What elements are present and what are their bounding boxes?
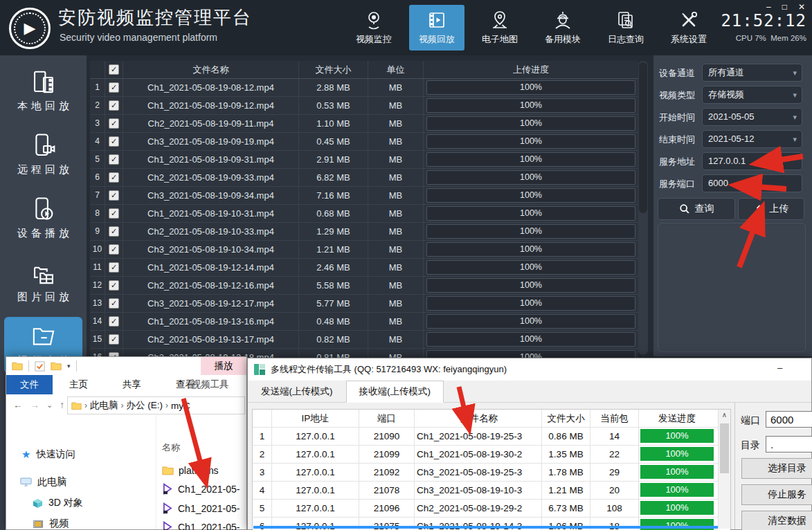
transfer-title-bar[interactable]: 多线程文件传输工具 (QQ: 517216493 WX: feiyangqing… [248,358,811,381]
query-button[interactable]: 查询 [658,198,735,220]
upload-table-row[interactable]: 15✓Ch2_2021-05-08-19-13-17.mp40.82 MBMB1… [90,331,638,349]
minimize-icon[interactable]: – [766,2,771,12]
upload-button[interactable]: 上传 [738,198,804,220]
row-checkbox[interactable]: ✓ [105,187,123,204]
row-checkbox[interactable]: ✓ [105,79,123,96]
list-header-name[interactable]: 名称 [162,441,180,454]
upload-table-row[interactable]: 5✓Ch1_2021-05-08-19-09-31.mp42.91 MBMB10… [90,151,638,169]
transfer-table-row[interactable]: 4127.0.0.121078Ch3_2021-05-08-19-10-31.2… [253,482,730,500]
device-channel-select[interactable]: 所有通道▾ [702,64,802,82]
video-type-select[interactable]: 存储视频▾ [702,86,802,104]
row-checkbox[interactable]: ✓ [105,295,123,312]
tab-sender[interactable]: 发送端(上传模式) [248,381,346,403]
row-checkbox[interactable]: ✓ [105,133,123,150]
crumb-folder[interactable]: myC [171,401,190,411]
header-file-size[interactable]: 文件大小 [542,410,590,427]
upload-table-row[interactable]: 7✓Ch3_2021-05-08-19-09-34.mp47.16 MBMB10… [90,187,638,205]
nav-video-playback[interactable]: 视频回放 [409,5,464,51]
upload-table-row[interactable]: 3✓Ch2_2021-05-08-19-09-11.mp41.10 MBMB10… [90,115,638,133]
row-checkbox[interactable]: ✓ [105,277,123,294]
minimize-icon[interactable]: – [777,363,782,373]
folder-icon[interactable] [12,361,23,371]
row-checkbox[interactable]: ✓ [105,241,123,258]
header-file-size[interactable]: 文件大小 [299,61,368,78]
scrollbar-thumb[interactable] [639,62,647,213]
stop-service-button[interactable]: 停止服务 [741,484,812,505]
check-button-icon[interactable] [35,361,45,372]
header-file-name[interactable]: 文件名称 [123,61,299,78]
nav-log-query[interactable]: 日志查询 [598,5,653,51]
transfer-table-row[interactable]: 1127.0.0.121090Ch1_2021-05-08-19-25-30.8… [253,428,730,446]
upload-table-row[interactable]: 11✓Ch1_2021-05-08-19-12-14.mp42.46 MBMB1… [90,259,638,277]
header-file-name[interactable]: 文件名称 [415,410,542,427]
upload-table-row[interactable]: 1✓Ch1_2021-05-08-19-08-12.mp42.88 MBMB10… [90,79,638,97]
row-checkbox[interactable]: ✓ [105,151,123,168]
toolbar-caret-icon[interactable]: ▾ [67,363,71,369]
list-item-folder[interactable]: platforms [162,465,219,476]
nav-3d-objects[interactable]: 3D 对象 [33,497,83,509]
sidebar-item-picture-playback[interactable]: 图片回放 [4,253,82,310]
header-port[interactable]: 端口 [359,410,415,427]
server-address-input[interactable]: 127.0.0.1 [702,152,802,170]
header-checkbox[interactable]: ✓ [105,61,123,78]
up-icon[interactable]: ↑ [60,399,64,410]
tab-home[interactable]: 主页 [60,375,98,394]
upload-table-row[interactable]: 14✓Ch1_2021-05-08-19-13-16.mp40.48 MBMB1… [90,313,638,331]
transfer-table-row[interactable]: 3127.0.0.121092Ch3_2021-05-08-19-25-31.7… [253,464,730,482]
list-item-video[interactable]: Ch1_2021-05- [162,521,240,530]
nav-emap[interactable]: 电子地图 [472,5,527,51]
upload-table-row[interactable]: 2✓Ch1_2021-05-08-19-09-12.mp40.53 MBMB10… [90,97,638,115]
nav-this-pc[interactable]: 此电脑 [20,476,66,488]
upload-table-row[interactable]: 6✓Ch2_2021-05-08-19-09-33.mp46.82 MBMB10… [90,169,638,187]
transfer-table-row[interactable]: 2127.0.0.121099Ch1_2021-05-08-19-30-21.3… [253,446,730,464]
row-checkbox[interactable]: ✓ [105,115,123,132]
list-item-video[interactable]: Ch1_2021-05- [162,483,240,495]
nav-video-monitor[interactable]: 视频监控 [346,5,402,51]
row-checkbox[interactable]: ✓ [105,169,123,186]
upload-table-row[interactable]: 8✓Ch1_2021-05-08-19-10-31.mp40.68 MBMB10… [90,205,638,223]
row-checkbox[interactable]: ✓ [105,331,123,348]
nav-backup-module[interactable]: 备用模块 [535,5,590,51]
row-checkbox[interactable]: ✓ [105,205,123,222]
back-icon[interactable]: ← [13,399,23,410]
maximize-icon[interactable]: □ [782,2,787,12]
history-caret-icon[interactable]: ⌄ [46,401,53,410]
upload-table-scrollbar[interactable] [638,61,648,355]
scroll-up-icon[interactable]: ∧ [719,410,730,421]
port-input[interactable]: 6000 [766,411,812,428]
row-checkbox[interactable]: ✓ [105,223,123,240]
header-send-progress[interactable]: 发送进度 [639,410,715,427]
transfer-table-scrollbar[interactable]: ∧ [718,410,730,529]
row-checkbox[interactable]: ✓ [105,313,123,330]
header-unit[interactable]: 单位 [368,61,424,78]
dir-input[interactable]: . [766,436,812,453]
choose-dir-button[interactable]: 选择目录 [741,458,812,479]
header-ip[interactable]: IP地址 [272,410,359,427]
clear-data-button[interactable]: 清空数据 [741,511,812,530]
crumb-drive-e[interactable]: 办公 (E:) [127,399,163,412]
server-port-input[interactable]: 6000 [702,174,802,192]
nav-quick-access[interactable]: ★ 快速访问 [21,448,75,461]
end-time-select[interactable]: 2021-05-12▾ [702,130,802,148]
upload-table-row[interactable]: 10✓Ch3_2021-05-08-19-10-34.mp41.21 MBMB1… [90,241,638,259]
sidebar-item-remote-playback[interactable]: 远程回放 [4,126,82,183]
play-context-tab[interactable]: 播放 [201,357,246,375]
tab-receiver[interactable]: 接收端(上传模式) [346,381,444,403]
row-checkbox[interactable]: ✓ [105,97,123,114]
sidebar-item-local-playback[interactable]: 本地回放 [4,62,82,119]
breadcrumb[interactable]: › 此电脑 › 办公 (E:) › myC [67,396,245,414]
upload-table-row[interactable]: 12✓Ch2_2021-05-08-19-12-16.mp45.58 MBMB1… [90,277,638,295]
nav-videos[interactable]: 视频 [33,518,69,530]
header-upload-progress[interactable]: 上传进度 [424,61,638,78]
tab-video-tools[interactable]: 视频工具 [174,375,246,394]
tab-file[interactable]: 文件 [6,375,53,394]
forward-icon[interactable]: → [30,399,39,410]
close-icon[interactable]: ✕ [798,2,805,12]
start-time-select[interactable]: 2021-05-05▾ [702,108,802,126]
sidebar-item-device-play[interactable]: 设备播放 [4,190,82,246]
upload-table-row[interactable]: 13✓Ch3_2021-05-08-19-12-17.mp45.77 MBMB1… [90,295,638,313]
folder-icon[interactable] [51,361,62,371]
list-item-video[interactable]: Ch1_2021-05- [162,502,240,514]
upload-table-row[interactable]: 4✓Ch3_2021-05-08-19-09-19.mp40.45 MBMB10… [90,133,638,151]
tab-share[interactable]: 共享 [113,375,151,394]
